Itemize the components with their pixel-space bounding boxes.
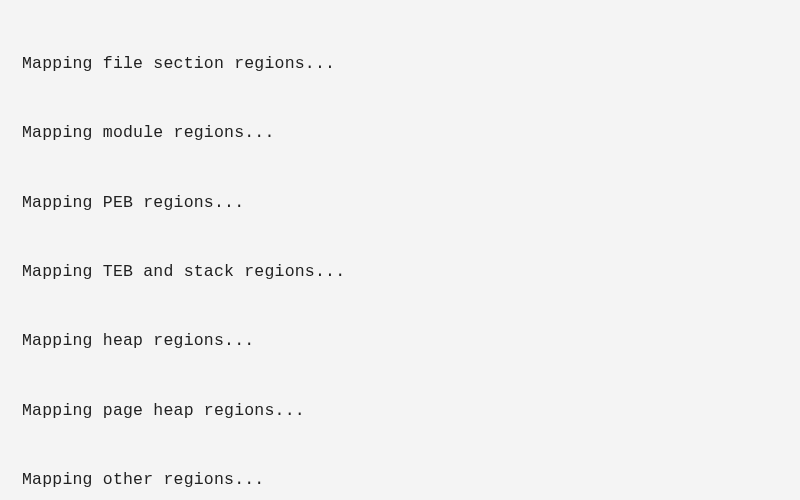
- mapping-line: Mapping file section regions...: [22, 52, 794, 75]
- mapping-line: Mapping module regions...: [22, 121, 794, 144]
- mapping-line: Mapping PEB regions...: [22, 191, 794, 214]
- mapping-line: Mapping heap regions...: [22, 329, 794, 352]
- mapping-line: Mapping other regions...: [22, 468, 794, 491]
- mapping-line: Mapping page heap regions...: [22, 399, 794, 422]
- mapping-line: Mapping TEB and stack regions...: [22, 260, 794, 283]
- debugger-output: Mapping file section regions... Mapping …: [0, 0, 800, 500]
